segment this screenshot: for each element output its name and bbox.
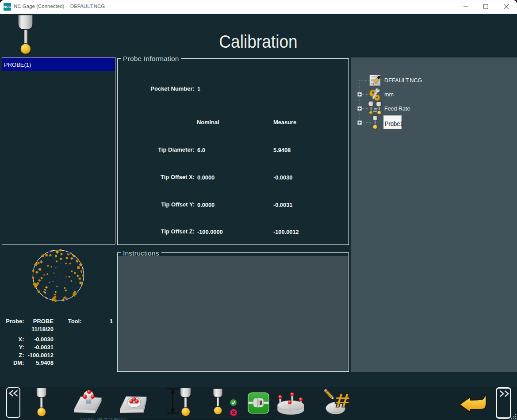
svg-text:#: # — [335, 389, 349, 411]
